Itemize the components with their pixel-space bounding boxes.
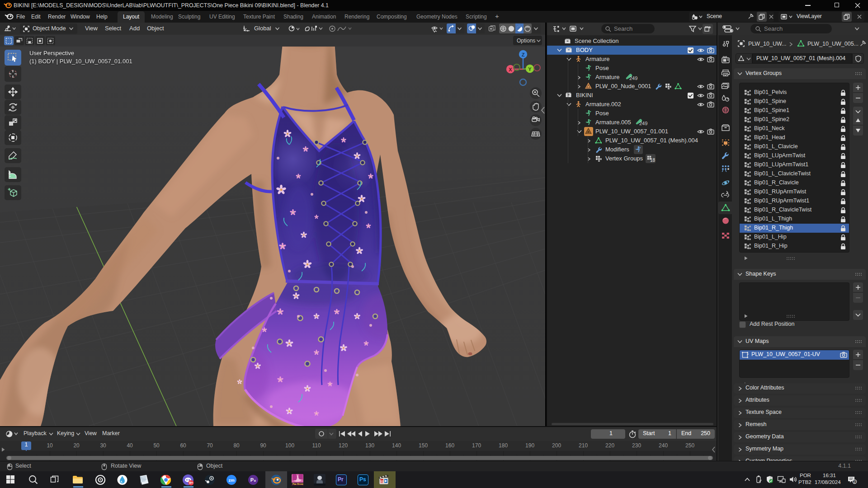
svg-text:P₀: P₀: [250, 477, 256, 483]
svg-text:31: 31: [380, 480, 384, 483]
svg-text:2: 2: [854, 480, 856, 484]
svg-text:9+: 9+: [189, 481, 193, 485]
svg-text:Z: Z: [522, 52, 525, 57]
svg-text:zm: zm: [228, 478, 234, 483]
svg-text:Y: Y: [528, 66, 532, 72]
svg-text:X: X: [509, 67, 512, 72]
